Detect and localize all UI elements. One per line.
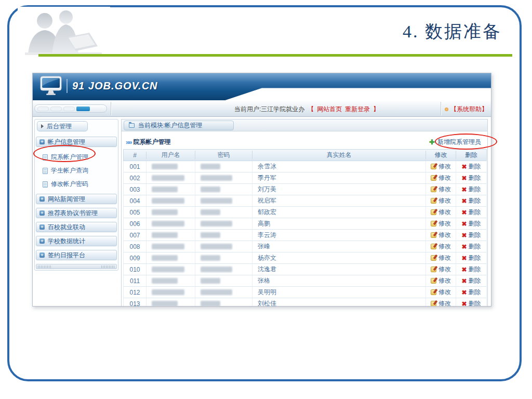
delete-x-icon: ✖ [461, 209, 467, 216]
edit-icon [431, 198, 436, 204]
sidebar-footer [36, 264, 117, 269]
redacted-password [201, 187, 220, 192]
sidebar-item-student-query[interactable]: 学生帐户查询 [36, 164, 117, 177]
bracket: 【 [308, 105, 314, 114]
delete-x-icon: ✖ [461, 163, 467, 170]
cell-username [147, 207, 195, 218]
row-modify-link[interactable]: 修改 [426, 172, 456, 183]
annotation-ellipse-dept-accounts [33, 145, 96, 162]
row-name: 李云涛 [252, 230, 426, 241]
row-modify-link[interactable]: 修改 [426, 184, 456, 195]
back-admin-button[interactable]: 后台管理 [37, 121, 88, 131]
table-row: 001 余雪冰 修改 ✖ 删除 [123, 161, 487, 172]
row-modify-link[interactable]: 修改 [426, 264, 456, 275]
row-delete-link[interactable]: ✖ 删除 [456, 230, 486, 241]
row-delete-link[interactable]: ✖ 删除 [456, 287, 486, 298]
section-title-row: »» 院系帐户管理 ✚ 新增院系管理员 [122, 131, 487, 148]
row-name: 祝启军 [252, 195, 426, 206]
site-header-band: 91 JOB.GOV.CN [33, 73, 491, 100]
row-modify-label: 修改 [438, 208, 451, 217]
row-modify-link[interactable]: 修改 [426, 195, 456, 206]
toolbar-segment [63, 107, 75, 111]
edit-icon [431, 187, 436, 192]
sidebar-section-statistics[interactable]: + 学校数据统计 [36, 236, 117, 246]
cell-username [147, 172, 195, 183]
sidebar-section-label: 学校数据统计 [48, 237, 85, 246]
row-delete-label: 删除 [469, 299, 481, 307]
redacted-username [152, 244, 184, 249]
row-delete-label: 删除 [469, 162, 481, 171]
sidebar-item-change-password[interactable]: 修改帐户密码 [36, 178, 117, 191]
redacted-password [201, 278, 220, 284]
back-admin-label: 后台管理 [47, 122, 72, 131]
table-row: 004 祝启军 修改 ✖ 删除 [123, 195, 487, 207]
row-modify-label: 修改 [438, 162, 451, 171]
delete-x-icon: ✖ [461, 289, 467, 296]
table-row: 005 郁政宏 修改 ✖ 删除 [123, 207, 487, 218]
row-delete-link[interactable]: ✖ 删除 [456, 184, 486, 195]
system-help-link[interactable]: 【系统帮助】 [450, 105, 488, 114]
cell-password [195, 298, 252, 307]
arrow-right-icon [41, 124, 44, 128]
row-modify-link[interactable]: 修改 [426, 218, 456, 229]
expand-icon: + [39, 224, 45, 230]
row-delete-link[interactable]: ✖ 删除 [456, 207, 486, 218]
relogin-link[interactable]: 重新登录 [345, 105, 370, 114]
row-id: 006 [124, 218, 147, 229]
row-delete-link[interactable]: ✖ 删除 [456, 172, 486, 183]
edit-icon [431, 221, 436, 227]
row-delete-link[interactable]: ✖ 删除 [456, 252, 486, 263]
row-delete-link[interactable]: ✖ 删除 [456, 195, 486, 206]
sidebar-section-news[interactable]: + 网站新闻管理 [36, 194, 117, 204]
sidebar-section-linkage[interactable]: + 百校就业联动 [36, 222, 117, 232]
row-modify-link[interactable]: 修改 [426, 207, 456, 218]
edit-icon [431, 244, 436, 249]
row-delete-label: 删除 [469, 265, 481, 274]
row-modify-link[interactable]: 修改 [426, 298, 456, 307]
cell-password [195, 264, 252, 275]
row-name: 刘松佳 [252, 298, 426, 307]
cell-username [147, 252, 195, 263]
sidebar-section-recommend[interactable]: + 推荐表协议书管理 [36, 208, 117, 218]
tick-decoration [38, 265, 51, 268]
row-modify-link[interactable]: 修改 [426, 230, 456, 241]
sidebar-section-label: 签约日报平台 [48, 251, 85, 260]
document-icon [43, 168, 48, 174]
expand-icon: + [39, 210, 45, 216]
row-delete-link[interactable]: ✖ 删除 [456, 161, 486, 172]
tab-current-module[interactable]: 当前模块:帐户信息管理 [124, 121, 234, 130]
row-name: 杨亦文 [252, 252, 426, 263]
row-modify-link[interactable]: 修改 [426, 241, 456, 252]
cell-password [195, 287, 252, 298]
row-modify-link[interactable]: 修改 [426, 275, 456, 286]
section-title-label: 院系帐户管理 [133, 138, 170, 147]
row-name: 沈逸君 [252, 264, 426, 275]
sidebar-section-daily-report[interactable]: + 签约日报平台 [36, 250, 117, 260]
table-row: 010 沈逸君 修改 ✖ 删除 [123, 264, 487, 275]
redacted-password [201, 289, 232, 295]
sidebar-item-label: 修改帐户密码 [51, 180, 88, 189]
row-delete-link[interactable]: ✖ 删除 [456, 275, 486, 286]
row-delete-label: 删除 [469, 174, 481, 182]
row-modify-link[interactable]: 修改 [426, 252, 456, 263]
row-name: 余雪冰 [252, 161, 426, 172]
row-name: 吴明明 [252, 287, 426, 298]
cell-password [195, 172, 252, 183]
home-link[interactable]: 网站首页 [317, 105, 342, 114]
delete-x-icon: ✖ [461, 232, 467, 239]
table-row: 006 高鹏 修改 ✖ 删除 [123, 218, 487, 230]
row-modify-link[interactable]: 修改 [426, 161, 456, 172]
row-modify-link[interactable]: 修改 [426, 287, 456, 298]
redacted-username [152, 175, 184, 181]
delete-x-icon: ✖ [461, 300, 467, 307]
row-id: 013 [124, 298, 147, 307]
sidebar-section-label: 百校就业联动 [48, 223, 85, 232]
row-name: 郁政宏 [252, 207, 426, 218]
row-delete-link[interactable]: ✖ 删除 [456, 264, 486, 275]
row-delete-link[interactable]: ✖ 删除 [456, 218, 486, 229]
document-icon [43, 181, 48, 188]
row-delete-link[interactable]: ✖ 删除 [456, 241, 486, 252]
window-controls [34, 104, 107, 113]
redacted-username [152, 255, 178, 261]
row-delete-link[interactable]: ✖ 删除 [456, 298, 486, 307]
